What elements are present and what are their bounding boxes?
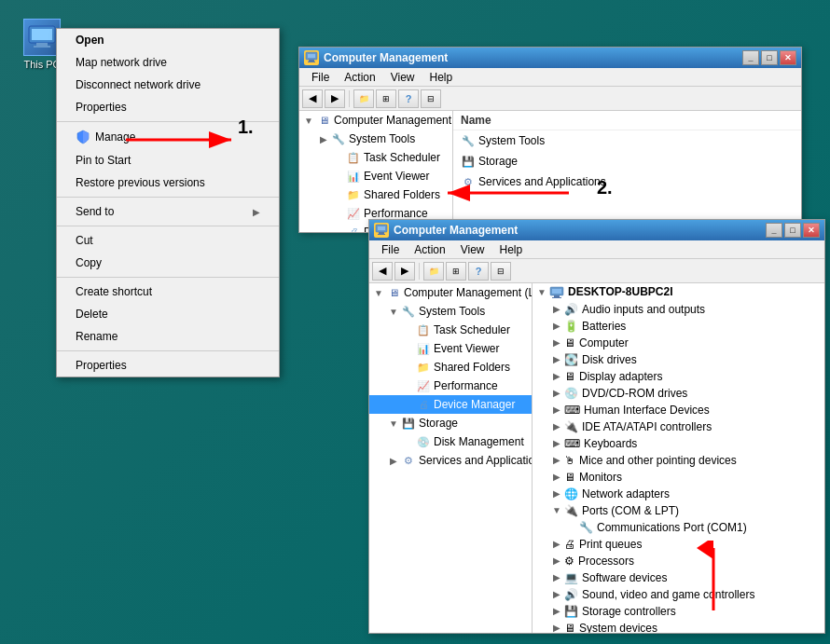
cm2-close[interactable]: ✕ [803,223,820,238]
device-keyboards[interactable]: ▶ ⌨ Keyboards [533,435,824,452]
device-print-queues[interactable]: ▶ 🖨 Print queues [533,536,824,553]
window-cm1: Computer Management _ □ ✕ File Action Vi… [298,47,802,233]
device-display[interactable]: ▶ 🖥 Display adapters [533,368,824,385]
cm-properties-bottom[interactable]: Properties [57,354,279,377]
cm2-btn-help[interactable]: ? [468,262,489,281]
window-cm2: Computer Management _ □ ✕ File Action Vi… [368,219,825,634]
cm2-tree-shared[interactable]: 📁 Shared Folders [369,358,532,377]
cm2-tree-event[interactable]: 📊 Event Viewer [369,339,532,358]
cm1-menu-view[interactable]: View [383,69,422,86]
arrow-1-indicator [121,126,242,154]
titlebar-cm2: Computer Management _ □ ✕ [369,220,824,240]
cm-open[interactable]: Open [57,29,279,51]
cm1-tree-event[interactable]: 📊 Event Viewer [299,167,452,185]
device-processors[interactable]: ▶ ⚙ Processors [533,553,824,569]
cm2-title-text: Computer Management [394,224,518,237]
device-hid[interactable]: ▶ ⌨ Human Interface Devices [533,402,824,418]
cm2-tree-device[interactable]: 🖨 Device Manager [369,395,532,414]
cm-send-to[interactable]: Send to ▶ [57,200,279,223]
device-com1[interactable]: 🔧 Communications Port (COM1) [533,519,824,536]
arrow-3-indicator [690,541,737,615]
device-computer[interactable]: ▶ 🖥 Computer [533,335,824,351]
shield-icon [76,130,90,144]
cm2-minimize[interactable]: _ [766,223,782,238]
device-ide[interactable]: ▶ 🔌 IDE ATA/ATAPI controllers [533,418,824,435]
cm1-tree-systemtools[interactable]: ▶ 🔧 System Tools [299,130,452,148]
cm1-close[interactable]: ✕ [780,50,796,65]
cm2-maximize[interactable]: □ [784,223,801,238]
cm1-btn-back[interactable]: ◀ [302,89,323,108]
cm1-tree-root[interactable]: ▼ 🖥 Computer Management (Local [299,111,452,130]
cm2-tree-systemtools[interactable]: ▼ 🔧 System Tools [369,302,532,321]
cm1-btn-forward[interactable]: ▶ [325,89,345,108]
cm1-minimize[interactable]: _ [742,50,759,65]
cm2-menubar: File Action View Help [369,240,824,259]
svg-rect-17 [552,289,561,294]
cm1-content-storage[interactable]: 💾 Storage [453,151,801,171]
cm2-body: ▼ 🖥 Computer Management (Local ▼ 🔧 Syste… [369,283,824,633]
cm2-tree-task[interactable]: 📋 Task Scheduler [369,321,532,339]
cm2-menu-file[interactable]: File [374,241,407,258]
cm-restore[interactable]: Restore previous versions [57,171,279,194]
device-batteries[interactable]: ▶ 🔋 Batteries [533,318,824,335]
cm-cut[interactable]: Cut [57,229,279,252]
cm2-toolbar: ◀ ▶ 📁 ⊞ ? ⊟ [369,259,824,283]
svg-rect-3 [34,46,50,48]
cm1-tree-shared[interactable]: 📁 Shared Folders [299,185,452,204]
cm1-menubar: File Action View Help [299,68,801,87]
cm2-tree-perf[interactable]: 📈 Performance [369,377,532,395]
device-disk[interactable]: ▶ 💽 Disk drives [533,351,824,368]
cm1-menu-action[interactable]: Action [337,69,382,86]
cm2-tree-root[interactable]: ▼ 🖥 Computer Management (Local [369,283,532,302]
cm2-menu-action[interactable]: Action [407,241,452,258]
cm-properties-top[interactable]: Properties [57,96,279,118]
titlebar-cm1: Computer Management _ □ ✕ [299,48,801,68]
cm2-tree-services[interactable]: ▶ ⚙ Services and Applications [369,451,532,470]
cm1-btn-up[interactable]: 📁 [353,89,374,108]
svg-rect-14 [379,232,384,234]
cm-rename[interactable]: Rename [57,325,279,348]
device-system[interactable]: ▶ 🖥 System devices [533,620,824,633]
cm2-btn-folder[interactable]: 📁 [423,262,444,281]
cm1-menu-help[interactable]: Help [422,69,461,86]
cm-delete[interactable]: Delete [57,303,279,325]
cm1-btn-show[interactable]: ⊞ [376,89,396,108]
svg-rect-8 [309,60,314,62]
device-ports[interactable]: ▼ 🔌 Ports (COM & LPT) [533,502,824,519]
toolbar-sep-1 [349,90,350,107]
device-dvd[interactable]: ▶ 💿 DVD/CD-ROM drives [533,385,824,402]
cm2-tree-disk[interactable]: 💿 Disk Management [369,432,532,451]
svg-rect-7 [308,54,315,58]
cm2-btn-export[interactable]: ⊟ [491,262,511,281]
cm2-btn-back[interactable]: ◀ [372,262,393,281]
cm-disconnect[interactable]: Disconnect network drive [57,74,279,96]
cm1-btn-help[interactable]: ? [398,89,419,108]
desktop-icon-label: This PC [23,59,60,70]
device-sound[interactable]: ▶ 🔊 Sound, video and game controllers [533,586,824,603]
device-root[interactable]: ▼ DESKTOP-8UBPC2I [533,283,824,301]
context-menu: Open Map network drive Disconnect networ… [56,28,280,377]
cm-map-network[interactable]: Map network drive [57,51,279,74]
device-network[interactable]: ▶ 🌐 Network adapters [533,486,824,502]
cm1-maximize[interactable]: □ [761,50,778,65]
cm-copy[interactable]: Copy [57,252,279,274]
svg-rect-15 [378,234,385,235]
cm1-btn-export[interactable]: ⊟ [421,89,441,108]
device-mice[interactable]: ▶ 🖱 Mice and other pointing devices [533,452,824,469]
cm2-menu-view[interactable]: View [453,241,492,258]
device-software[interactable]: ▶ 💻 Software devices [533,569,824,586]
cm1-content-systemtools[interactable]: 🔧 System Tools [453,130,801,151]
cm-create-shortcut[interactable]: Create shortcut [57,281,279,303]
cm2-toolbar-sep1 [419,263,420,280]
cm2-tree-storage[interactable]: ▼ 💾 Storage [369,414,532,432]
device-audio[interactable]: ▶ 🔊 Audio inputs and outputs [533,301,824,318]
cm1-tree-task[interactable]: 📋 Task Scheduler [299,148,452,167]
cm1-menu-file[interactable]: File [304,69,337,86]
device-monitors[interactable]: ▶ 🖥 Monitors [533,469,824,486]
cm2-btn-forward[interactable]: ▶ [394,262,415,281]
cm2-btn-show[interactable]: ⊞ [446,262,466,281]
svg-rect-19 [552,297,561,298]
separator-5 [57,350,279,351]
cm2-menu-help[interactable]: Help [492,241,531,258]
device-storage-ctrl[interactable]: ▶ 💾 Storage controllers [533,603,824,620]
